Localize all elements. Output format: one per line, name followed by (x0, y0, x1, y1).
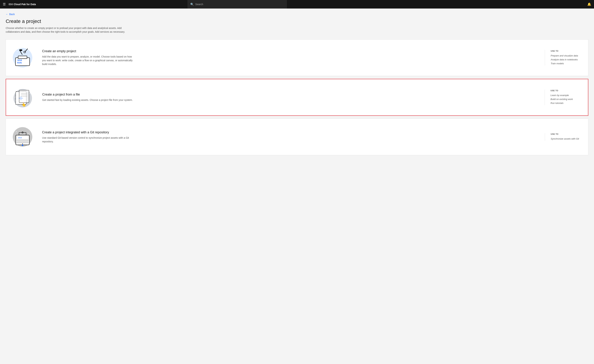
use-to-item: Synchronize assets with Git (551, 137, 584, 141)
card-use-to-file: USE TO Learn by exampleBuild on existing… (545, 89, 584, 105)
main-content: ← Back Create a project Choose whether t… (0, 8, 594, 364)
card-file[interactable]: 👆 Create a project from a file Get start… (6, 79, 588, 116)
svg-text:1010: 1010 (18, 137, 22, 139)
card-use-to-git: USE TO Synchronize assets with Git (545, 133, 584, 141)
svg-rect-28 (17, 142, 28, 143)
search-icon: 🔍 (190, 3, 194, 6)
svg-point-35 (16, 131, 17, 132)
card-description-git: Use standard Git-based version control t… (42, 136, 134, 143)
menu-icon[interactable]: ☰ (3, 2, 6, 6)
back-link-label: Back (9, 13, 15, 16)
card-illustration-empty: 1010 0101 (10, 45, 35, 70)
svg-rect-16 (19, 90, 29, 103)
svg-text:0101: 0101 (17, 62, 22, 64)
card-illustration-git: 1010 (10, 124, 35, 149)
use-to-label-file: USE TO (551, 89, 584, 92)
card-body-git: Create a project integrated with a Git r… (42, 130, 539, 143)
search-input[interactable] (195, 3, 284, 6)
use-to-item: Build on existing work (551, 97, 584, 101)
cards-container: 1010 0101 Create an empty project Add th… (6, 40, 588, 155)
svg-point-22 (29, 93, 30, 94)
page-title: Create a project (6, 19, 588, 24)
use-to-item: Analyze data in notebooks (551, 58, 584, 62)
svg-point-30 (22, 145, 23, 146)
card-description-file: Get started fast by loading existing ass… (42, 98, 135, 102)
svg-text:👆: 👆 (21, 102, 26, 107)
svg-point-23 (14, 97, 15, 98)
back-arrow-icon: ← (6, 13, 8, 16)
use-to-list-git: Synchronize assets with Git (551, 137, 584, 141)
svg-point-11 (15, 56, 16, 56)
svg-text:1010: 1010 (17, 59, 22, 61)
svg-point-21 (16, 92, 16, 93)
svg-point-36 (28, 133, 29, 134)
brand-name-bold: Cloud Pak for Data (14, 3, 36, 6)
card-empty[interactable]: 1010 0101 Create an empty project Add th… (6, 40, 588, 76)
card-use-to-empty: USE TO Prepare and visualize dataAnalyze… (545, 50, 584, 66)
svg-point-10 (28, 55, 29, 55)
use-to-item: Run tutorials (551, 101, 584, 105)
svg-point-9 (17, 51, 18, 52)
page-description: Choose whether to create an empty projec… (6, 26, 130, 34)
use-to-label-git: USE TO (551, 133, 584, 135)
use-to-list-file: Learn by exampleBuild on existing workRu… (551, 93, 584, 105)
topnav: ☰ IBM Cloud Pak for Data 🔍 🔔 (0, 0, 594, 8)
svg-rect-27 (17, 140, 28, 141)
brand-name-plain: IBM (8, 3, 13, 6)
use-to-item: Train models (551, 62, 584, 66)
brand-logo: IBM Cloud Pak for Data (8, 3, 36, 6)
card-git[interactable]: 1010 Create a project integrated with a … (6, 119, 588, 155)
card-body-empty: Create an empty project Add the data you… (42, 49, 539, 66)
card-title-file: Create a project from a file (42, 93, 539, 96)
use-to-item: Prepare and visualize data (551, 54, 584, 58)
use-to-item: Learn by example (551, 93, 584, 97)
notification-bell[interactable]: 🔔 (587, 2, 591, 6)
card-illustration-file: 👆 (10, 85, 35, 110)
svg-rect-2 (18, 56, 27, 59)
use-to-label-empty: USE TO (551, 50, 584, 52)
card-description-empty: Add the data you want to prepare, analyz… (42, 55, 134, 66)
svg-rect-8 (19, 49, 22, 51)
card-title-empty: Create an empty project (42, 49, 539, 53)
card-body-file: Create a project from a file Get started… (42, 93, 539, 102)
card-title-git: Create a project integrated with a Git r… (42, 130, 539, 134)
search-bar[interactable]: 🔍 (188, 0, 287, 8)
use-to-list-empty: Prepare and visualize dataAnalyze data i… (551, 54, 584, 66)
back-link[interactable]: ← Back (6, 13, 588, 16)
